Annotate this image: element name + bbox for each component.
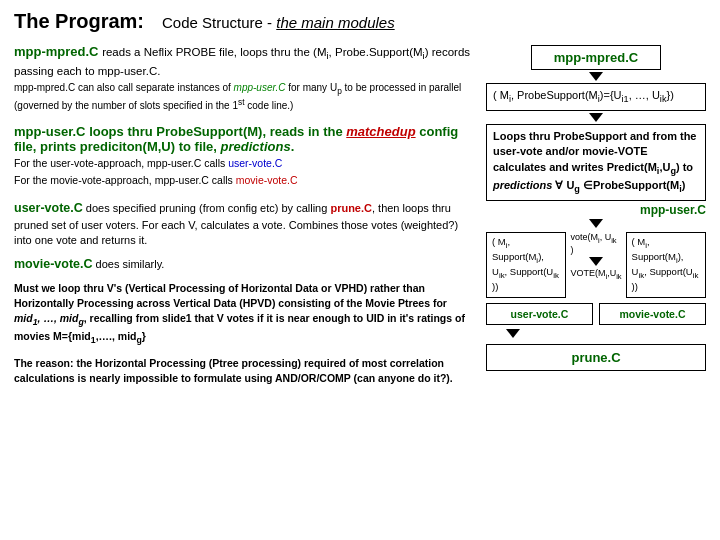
header: The Program: Code Structure - the main m… bbox=[14, 10, 706, 33]
arrow-down-1 bbox=[589, 72, 603, 81]
header-subtitle: Code Structure - the main modules bbox=[162, 14, 395, 31]
mpp-mpred-heading-text: mpp-mpred.C bbox=[14, 44, 99, 59]
right-lower-section: ( Mi, Support(Mi),Uik, Support(Uik )) vo… bbox=[486, 232, 706, 371]
page: The Program: Code Structure - the main m… bbox=[0, 0, 720, 540]
section-movie-vote: movie-vote.C does similarly. bbox=[14, 257, 476, 271]
arrow-down-5 bbox=[506, 329, 520, 338]
lower-row-1: ( Mi, Support(Mi),Uik, Support(Uik )) vo… bbox=[486, 232, 706, 298]
arrow-down-2 bbox=[589, 113, 603, 122]
mpp-user-note1: For the user-vote-approach, mpp-user.C c… bbox=[14, 156, 476, 171]
mpp-user-matchedup: matchedup bbox=[346, 124, 415, 139]
prune-c-link: prune.C bbox=[330, 202, 372, 214]
left-input-box: ( Mi, Support(Mi),Uik, Support(Uik )) bbox=[486, 232, 566, 298]
user-vote-box: user-vote.C bbox=[486, 303, 593, 325]
section-mpp-mpred: mpp-mpred.C reads a Neflix PROBE file, l… bbox=[14, 41, 476, 114]
section-vphd: Must we loop thru V's (Vertical Processi… bbox=[14, 281, 476, 347]
subtitle-normal: Code Structure - bbox=[162, 14, 276, 31]
mpp-mpred-note: mpp-mpred.C can also call separate insta… bbox=[14, 81, 476, 114]
user-vote-box-label: user-vote.C bbox=[511, 308, 569, 320]
left-input-text: ( Mi, Support(Mi),Uik, Support(Uik )) bbox=[492, 236, 559, 293]
mpp-user-predictions: predictions bbox=[221, 139, 291, 154]
mpp-user-heading: mpp-user.C loops thru ProbeSupport(M), r… bbox=[14, 124, 458, 154]
section-reason: The reason: the Horizontal Processing (P… bbox=[14, 356, 476, 386]
left-column: mpp-mpred.C reads a Neflix PROBE file, l… bbox=[14, 41, 476, 531]
right-column: mpp-mpred.C ( Mi, ProbeSupport(Mi)={Ui1,… bbox=[486, 41, 706, 531]
page-title: The Program: bbox=[14, 10, 144, 33]
right-input-box: ( Mi, Support(Mi),Uik, Support(Uik )) bbox=[626, 232, 706, 298]
mpp-mpred-box-label: mpp-mpred.C bbox=[554, 50, 639, 65]
reason-text: The reason: the Horizontal Processing (P… bbox=[14, 356, 476, 386]
mpp-user-heading-part1: mpp-user.C bbox=[14, 124, 86, 139]
user-vote-desc: does specified pruning (from config etc)… bbox=[83, 202, 331, 214]
mpp-user-note1-text: For the user-vote-approach, mpp-user.C c… bbox=[14, 157, 228, 169]
mpp-user-note2-text: For the movie-vote-approach, mpp-user.C … bbox=[14, 174, 236, 186]
movie-vote-heading: movie-vote.C bbox=[14, 257, 93, 271]
vote-full-text: VOTE(Mi,Uik bbox=[570, 268, 621, 281]
prune-box: prune.C bbox=[486, 344, 706, 371]
mpp-user-note2: For the movie-vote-approach, mpp-user.C … bbox=[14, 173, 476, 188]
mpp-user-box-label: mpp-user.C bbox=[640, 203, 706, 217]
mpp-user-heading-end: . bbox=[291, 139, 295, 154]
section-mpp-user: mpp-user.C loops thru ProbeSupport(M), r… bbox=[14, 124, 476, 188]
main-layout: mpp-mpred.C reads a Neflix PROBE file, l… bbox=[14, 41, 706, 531]
mpp-user-heading-part2: loops thru ProbeSupport(M), reads in the bbox=[86, 124, 347, 139]
user-vote-heading: user-vote.C bbox=[14, 201, 83, 215]
mpp-user-label-area: mpp-user.C bbox=[486, 203, 706, 217]
user-vote-c-link: user-vote.C bbox=[228, 157, 282, 169]
vote-text: vote(Mi, Uik ) bbox=[570, 232, 621, 255]
mpp-user-desc-text: Loops thru ProbeSupport and from the use… bbox=[493, 130, 697, 191]
movie-vote-box: movie-vote.C bbox=[599, 303, 706, 325]
mpp-mpred-heading: mpp-mpred.C bbox=[14, 44, 102, 59]
lower-row-2: user-vote.C movie-vote.C bbox=[486, 303, 706, 325]
mpp-mpred-box: mpp-mpred.C bbox=[531, 45, 661, 70]
subtitle-em: the main modules bbox=[276, 14, 394, 31]
arrow-down-4 bbox=[589, 257, 603, 266]
section-user-vote: user-vote.C does specified pruning (from… bbox=[14, 198, 476, 248]
vote-area: vote(Mi, Uik ) VOTE(Mi,Uik bbox=[570, 232, 621, 281]
movie-vote-desc: does similarly. bbox=[93, 258, 165, 270]
mpp-user-desc-box: Loops thru ProbeSupport and from the use… bbox=[486, 124, 706, 201]
prune-box-label: prune.C bbox=[571, 350, 620, 365]
movie-vote-box-label: movie-vote.C bbox=[620, 308, 686, 320]
arrow-row-prune bbox=[486, 327, 706, 340]
mid-formula-box: ( Mi, ProbeSupport(Mi)={Ui1, …, Uik}) bbox=[486, 83, 706, 111]
movie-vote-c-link: movie-vote.C bbox=[236, 174, 298, 186]
mid-formula-text: ( Mi, ProbeSupport(Mi)={Ui1, …, Uik}) bbox=[493, 89, 674, 101]
right-input-text: ( Mi, Support(Mi),Uik, Support(Uik )) bbox=[632, 236, 699, 293]
arrow-down-3 bbox=[589, 219, 603, 228]
